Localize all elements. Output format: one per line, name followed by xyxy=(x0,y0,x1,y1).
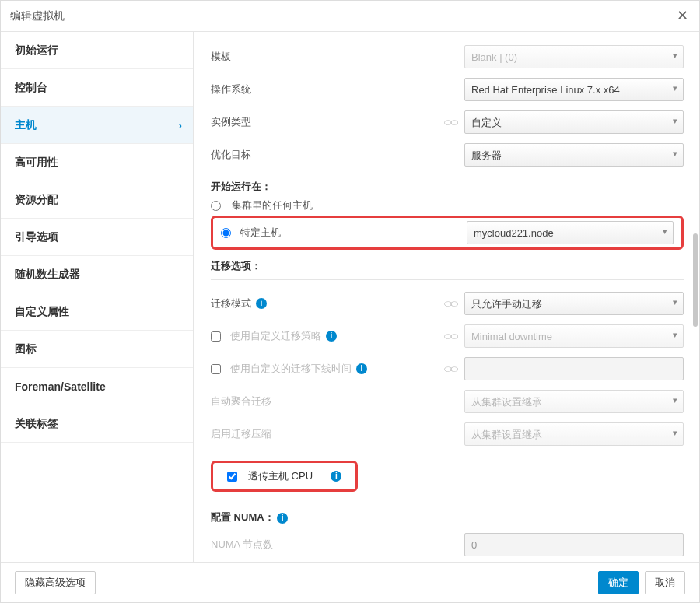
info-icon[interactable]: i xyxy=(356,363,367,374)
link-icon: ⬭⬭ xyxy=(444,363,457,374)
chevron-right-icon: › xyxy=(178,119,182,131)
template-select[interactable]: Blank | (0) xyxy=(464,45,684,68)
ok-button[interactable]: 确定 xyxy=(598,571,639,594)
os-select[interactable]: Red Hat Enterprise Linux 7.x x64 xyxy=(464,78,684,101)
sidebar-item-icon[interactable]: 图标 xyxy=(1,331,193,368)
row-optimize: 优化目标 服务器 xyxy=(211,139,684,170)
edit-vm-dialog: 编辑虚拟机 ✕ 初始运行 控制台 主机 › 高可用性 资源分配 引导选项 随机数… xyxy=(0,0,700,603)
row-os: 操作系统 Red Hat Enterprise Linux 7.x x64 xyxy=(211,74,684,105)
hide-advanced-button[interactable]: 隐藏高级选项 xyxy=(15,571,96,594)
instance-type-label: 实例类型 xyxy=(211,115,436,129)
separator xyxy=(211,279,684,280)
sidebar-item-label: 自定义属性 xyxy=(15,305,69,319)
row-migration-compress: 启用迁移压缩 从集群设置继承 xyxy=(211,419,684,450)
dialog-footer: 隐藏高级选项 确定 取消 xyxy=(1,562,699,602)
sidebar: 初始运行 控制台 主机 › 高可用性 资源分配 引导选项 随机数生成器 自定义属… xyxy=(1,32,194,562)
start-on-section-label: 开始运行在： xyxy=(211,180,684,194)
info-icon[interactable]: i xyxy=(277,513,288,524)
optimize-label: 优化目标 xyxy=(211,148,436,162)
cancel-button[interactable]: 取消 xyxy=(645,571,685,594)
optimize-select[interactable]: 服务器 xyxy=(464,143,684,167)
radio-any-host[interactable] xyxy=(211,201,221,211)
row-auto-converge: 自动聚合迁移 从集群设置继承 xyxy=(211,386,684,417)
sidebar-item-label: 资源分配 xyxy=(15,193,58,207)
auto-converge-label: 自动聚合迁移 xyxy=(211,394,436,408)
sidebar-item-custom-properties[interactable]: 自定义属性 xyxy=(1,293,193,331)
template-label: 模板 xyxy=(211,50,436,64)
passthrough-label: 透传主机 CPU xyxy=(248,469,313,483)
sidebar-item-label: 关联标签 xyxy=(15,417,58,431)
sidebar-item-label: 控制台 xyxy=(15,81,47,95)
checkbox-passthrough-cpu[interactable] xyxy=(227,472,237,482)
migration-mode-select[interactable]: 只允许手动迁移 xyxy=(464,292,684,315)
sidebar-item-label: 主机 xyxy=(15,118,37,132)
migration-compress-label: 启用迁移压缩 xyxy=(211,427,436,441)
dialog-title: 编辑虚拟机 xyxy=(10,9,65,23)
row-custom-policy: 使用自定义迁移策略 i ⬭⬭ Minimal downtime xyxy=(211,321,684,352)
radio-specific-host[interactable] xyxy=(221,228,231,238)
os-label: 操作系统 xyxy=(211,82,436,96)
sidebar-item-label: 高可用性 xyxy=(15,156,58,170)
sidebar-item-resource-allocation[interactable]: 资源分配 xyxy=(1,181,193,219)
checkbox-custom-downtime[interactable] xyxy=(211,364,221,374)
sidebar-item-high-availability[interactable]: 高可用性 xyxy=(1,144,193,181)
dialog-body: 初始运行 控制台 主机 › 高可用性 资源分配 引导选项 随机数生成器 自定义属… xyxy=(1,32,699,562)
sidebar-item-label: 随机数生成器 xyxy=(15,268,80,282)
numa-section-label: 配置 NUMA： i xyxy=(211,510,684,524)
info-icon[interactable]: i xyxy=(331,471,341,482)
radio-any-host-label: 集群里的任何主机 xyxy=(232,198,313,212)
dialog-header: 编辑虚拟机 ✕ xyxy=(1,1,699,32)
content-panel: 模板 Blank | (0) 操作系统 Red Hat Enterprise L… xyxy=(194,32,699,562)
instance-type-select[interactable]: 自定义 xyxy=(464,110,684,134)
highlight-specific-host: 特定主机 mycloud221.node xyxy=(211,216,684,250)
migration-mode-label: 迁移模式 i xyxy=(211,296,436,310)
row-custom-downtime: 使用自定义的迁移下线时间 i ⬭⬭ xyxy=(211,353,684,384)
checkbox-custom-policy[interactable] xyxy=(211,331,221,342)
numa-nodes-input[interactable] xyxy=(464,533,684,556)
highlight-passthrough: 透传主机 CPU i xyxy=(211,461,358,492)
close-icon[interactable]: ✕ xyxy=(677,9,688,23)
migration-section-label: 迁移选项： xyxy=(211,259,684,273)
custom-downtime-input[interactable] xyxy=(464,357,684,380)
migration-compress-select[interactable]: 从集群设置继承 xyxy=(464,422,684,446)
sidebar-item-rng[interactable]: 随机数生成器 xyxy=(1,256,193,293)
radio-specific-host-label: 特定主机 xyxy=(240,226,281,240)
row-instance-type: 实例类型 ⬭⬭ 自定义 xyxy=(211,107,684,138)
link-icon: ⬭⬭ xyxy=(444,117,457,128)
sidebar-item-host[interactable]: 主机 › xyxy=(1,107,193,144)
info-icon[interactable]: i xyxy=(256,298,267,309)
sidebar-item-label: 引导选项 xyxy=(15,230,58,244)
sidebar-item-console[interactable]: 控制台 xyxy=(1,69,193,107)
custom-policy-select[interactable]: Minimal downtime xyxy=(464,324,684,348)
link-icon: ⬭⬭ xyxy=(444,298,457,309)
info-icon[interactable]: i xyxy=(326,331,337,342)
sidebar-item-label: Foreman/Satellite xyxy=(15,380,106,393)
specific-host-select[interactable]: mycloud221.node xyxy=(467,221,674,244)
sidebar-item-label: 初始运行 xyxy=(15,44,58,58)
row-numa-nodes: NUMA 节点数 xyxy=(211,529,684,560)
link-icon: ⬭⬭ xyxy=(444,331,457,342)
sidebar-item-initial-run[interactable]: 初始运行 xyxy=(1,32,193,69)
sidebar-item-label: 图标 xyxy=(15,342,37,356)
row-migration-mode: 迁移模式 i ⬭⬭ 只允许手动迁移 xyxy=(211,288,684,319)
radio-row-any-host: 集群里的任何主机 xyxy=(211,198,684,212)
sidebar-item-boot-options[interactable]: 引导选项 xyxy=(1,219,193,256)
row-template: 模板 Blank | (0) xyxy=(211,41,684,72)
custom-policy-label: 使用自定义迁移策略 xyxy=(230,329,321,343)
sidebar-item-foreman-satellite[interactable]: Foreman/Satellite xyxy=(1,368,193,405)
scrollbar[interactable] xyxy=(693,32,698,562)
custom-downtime-label: 使用自定义的迁移下线时间 xyxy=(230,362,352,376)
numa-nodes-label: NUMA 节点数 xyxy=(211,538,436,552)
sidebar-item-affinity-labels[interactable]: 关联标签 xyxy=(1,405,193,443)
scrollbar-thumb[interactable] xyxy=(693,233,698,327)
auto-converge-select[interactable]: 从集群设置继承 xyxy=(464,390,684,413)
